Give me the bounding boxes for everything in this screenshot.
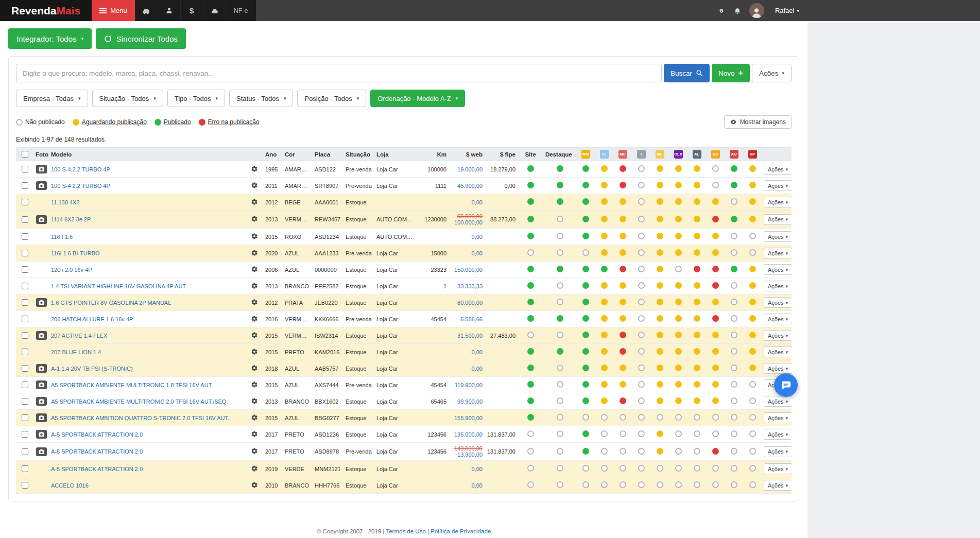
web-price-link[interactable]: 155.900,00: [451, 415, 483, 421]
web-price-link[interactable]: 0,00: [451, 349, 483, 355]
row-checkbox[interactable]: [22, 250, 28, 256]
notifications-button[interactable]: [733, 7, 742, 15]
camera-icon[interactable]: [36, 447, 47, 456]
gear-icon[interactable]: [251, 215, 258, 222]
gear-icon[interactable]: [251, 182, 258, 189]
row-acoes-button[interactable]: Ações▾: [764, 214, 792, 225]
gear-icon[interactable]: [251, 414, 258, 421]
row-acoes-button[interactable]: Ações▾: [764, 314, 792, 324]
row-checkbox[interactable]: [22, 349, 28, 355]
web-price-link[interactable]: 33.333,33: [451, 283, 483, 289]
vehicle-model-link[interactable]: 1114 6X2 3e 2P: [51, 216, 91, 222]
vehicle-model-link[interactable]: 206 HATCH ALLURE 1.6 16v 4P: [51, 316, 133, 322]
row-checkbox[interactable]: [22, 283, 28, 289]
vehicle-model-link[interactable]: A5 SPORTBACK AMBIENTE MULTITRONIC 1.8 TF…: [51, 382, 213, 388]
row-acoes-button[interactable]: Ações▾: [764, 264, 792, 275]
web-price-link[interactable]: 0,00: [451, 234, 483, 240]
gear-icon[interactable]: [251, 198, 258, 205]
row-acoes-button[interactable]: Ações▾: [764, 297, 792, 308]
row-acoes-button[interactable]: Ações▾: [764, 164, 792, 175]
novo-button[interactable]: Novo +: [712, 64, 750, 82]
web-price-link[interactable]: 150.000,00: [451, 267, 483, 273]
row-checkbox[interactable]: [22, 414, 28, 421]
chat-widget-button[interactable]: [774, 373, 798, 397]
gear-icon[interactable]: [251, 332, 258, 339]
row-checkbox[interactable]: [22, 381, 28, 388]
user-menu[interactable]: Rafael▾: [772, 6, 802, 15]
row-acoes-button[interactable]: Ações▾: [764, 363, 792, 374]
camera-icon[interactable]: [36, 331, 47, 340]
legend-item-2[interactable]: Aguardando publicação: [73, 118, 147, 126]
camera-icon[interactable]: [36, 413, 47, 422]
filter-button-1[interactable]: Empresa - Todas▾: [16, 90, 88, 107]
privacidade-link[interactable]: Política de Privacidade: [431, 528, 491, 534]
filter-button-4[interactable]: Status - Todos▾: [229, 90, 293, 107]
filter-button-3[interactable]: Tipo - Todos▾: [167, 90, 225, 107]
integrations-link-button[interactable]: [717, 7, 726, 15]
legend-item-4[interactable]: Erro na publicação: [199, 118, 260, 126]
vehicle-model-link[interactable]: 120 i 2.0 16v 4P: [51, 267, 92, 273]
vehicle-model-link[interactable]: 116 I 1.6: [51, 234, 73, 240]
web-price-link[interactable]: 6.556,66: [451, 316, 483, 322]
vehicle-model-link[interactable]: 11.130 4X2: [51, 199, 79, 205]
avatar[interactable]: [749, 3, 764, 18]
row-checkbox[interactable]: [22, 448, 28, 455]
nfe-button[interactable]: NF-e: [226, 0, 256, 21]
web-price-link[interactable]: 0,00: [451, 482, 483, 489]
row-checkbox[interactable]: [22, 365, 28, 372]
filter-button-2[interactable]: Situação - Todos▾: [92, 90, 163, 107]
row-acoes-button[interactable]: Ações▾: [764, 412, 792, 423]
vehicle-model-link[interactable]: A5 SPORTBACK AMBITION QUATTRO S-TRONIC 2…: [51, 415, 229, 421]
row-acoes-button[interactable]: Ações▾: [764, 480, 792, 491]
vehicle-model-link[interactable]: A-1 1.4 20V TB FSI (S-TRONIC): [51, 366, 133, 372]
camera-icon[interactable]: [36, 298, 47, 307]
row-checkbox[interactable]: [22, 465, 28, 472]
vehicles-nav-button[interactable]: [135, 0, 158, 21]
gear-icon[interactable]: [251, 266, 258, 273]
gear-icon[interactable]: [251, 165, 258, 172]
integrador-button[interactable]: Integrador: Todos ▾: [8, 28, 92, 49]
row-acoes-button[interactable]: Ações▾: [764, 330, 792, 341]
row-acoes-button[interactable]: Ações▾: [764, 446, 792, 457]
camera-icon[interactable]: [36, 380, 47, 389]
gear-icon[interactable]: [251, 233, 258, 240]
camera-icon[interactable]: [36, 165, 47, 173]
camera-icon[interactable]: [36, 215, 47, 224]
vehicle-model-link[interactable]: A-5 SPORTBACK ATTRACTION 2.0: [51, 466, 143, 472]
row-acoes-button[interactable]: Ações▾: [764, 396, 792, 407]
gear-icon[interactable]: [251, 282, 258, 289]
row-checkbox[interactable]: [22, 398, 28, 405]
brand-logo[interactable]: RevendaMais: [0, 0, 92, 21]
web-price-link[interactable]: 135.000,00: [451, 431, 483, 438]
web-price-link[interactable]: 119.900,00: [451, 382, 483, 388]
termos-link[interactable]: Termos de Uso: [386, 528, 425, 534]
sincronizar-button[interactable]: Sincronizar Todos: [96, 28, 186, 49]
vehicle-model-link[interactable]: A-5 SPORTBACK ATTRACTION 2.0: [51, 431, 143, 438]
row-checkbox[interactable]: [22, 266, 28, 273]
cloud-nav-button[interactable]: [203, 0, 226, 21]
vehicle-model-link[interactable]: 116I 1.6 BI-TURBO: [51, 250, 100, 256]
gear-icon[interactable]: [251, 481, 258, 489]
row-checkbox[interactable]: [22, 332, 28, 339]
camera-icon[interactable]: [36, 181, 47, 190]
gear-icon[interactable]: [251, 299, 258, 306]
web-price-link[interactable]: 31.500,00: [451, 333, 483, 339]
web-price-link[interactable]: 99.900,00: [451, 398, 483, 405]
vehicle-model-link[interactable]: 207 BLUE LION 1.4: [51, 349, 101, 355]
legend-item-3[interactable]: Publicado: [154, 118, 191, 126]
vehicle-model-link[interactable]: 207 ACTIVE 1.4 FLEX: [51, 333, 107, 339]
web-price-link[interactable]: 45.900,00: [451, 183, 483, 189]
vehicle-model-link[interactable]: ACCELO 1016: [51, 482, 89, 489]
row-checkbox[interactable]: [22, 182, 28, 189]
web-price-link[interactable]: 100.000,00: [451, 219, 483, 225]
row-acoes-button[interactable]: Ações▾: [764, 197, 792, 207]
menu-button[interactable]: Menu: [92, 0, 135, 21]
camera-icon[interactable]: [36, 364, 47, 373]
row-acoes-button[interactable]: Ações▾: [764, 231, 792, 242]
gear-icon[interactable]: [251, 315, 258, 322]
row-checkbox[interactable]: [22, 482, 28, 489]
vehicle-model-link[interactable]: A-5 SPORTBACK ATTRACTION 2.0: [51, 448, 143, 455]
filter-button-6[interactable]: Ordenação - Modelo A-Z▾: [370, 90, 465, 107]
camera-icon[interactable]: [36, 397, 47, 406]
web-price-link[interactable]: 0,00: [451, 366, 483, 372]
